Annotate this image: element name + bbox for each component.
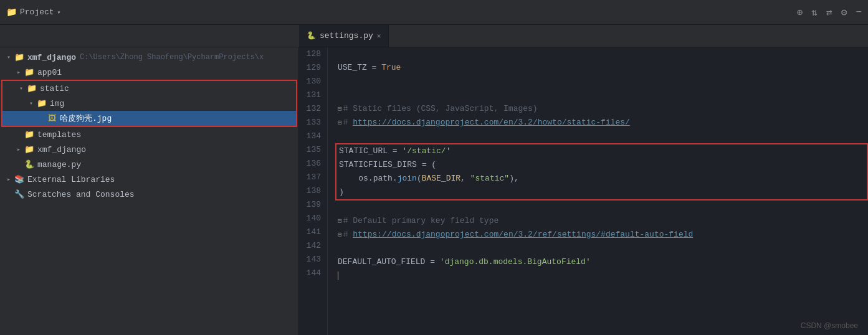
code-line-142 bbox=[338, 242, 868, 255]
code-token: . bbox=[368, 172, 373, 186]
arrow-icon bbox=[14, 146, 24, 153]
code-line-131 bbox=[338, 88, 868, 102]
python-icon: 🐍 bbox=[24, 159, 35, 169]
fold-marker[interactable]: ⊟ bbox=[338, 228, 342, 242]
tree-item-hajpg[interactable]: 🖼 哈皮狗壳.jpg bbox=[2, 111, 296, 126]
folder-icon: 📁 bbox=[14, 52, 25, 62]
code-token: BASE_DIR bbox=[422, 172, 460, 186]
code-area[interactable]: 128 129 130 131 132 133 134 135 136 137 … bbox=[299, 47, 868, 335]
code-token: STATICFILES_DIRS bbox=[339, 158, 417, 172]
sidebar: 📁 xmf_django C:\Users\Zhong Shaofeng\Pyc… bbox=[0, 47, 299, 335]
item-label: app01 bbox=[37, 68, 62, 77]
code-token: # Default primary key field type bbox=[343, 214, 499, 228]
code-line-143: DEFAULT_AUTO_FIELD = 'django.db.models.B… bbox=[338, 255, 868, 269]
code-line-132: ⊟ # Static files (CSS, JavaScript, Image… bbox=[338, 102, 868, 116]
folder-icon: 📁 bbox=[26, 83, 37, 93]
editor: 128 129 130 131 132 133 134 135 136 137 … bbox=[299, 47, 868, 335]
item-label: static bbox=[40, 84, 69, 93]
code-token: = bbox=[425, 255, 439, 269]
tree-item-img[interactable]: 📁 img bbox=[2, 96, 296, 111]
ext-libs-icon: 📚 bbox=[14, 174, 25, 184]
main-container: 📁 xmf_django C:\Users\Zhong Shaofeng\Pyc… bbox=[0, 47, 868, 335]
item-label: Scratches and Consoles bbox=[27, 190, 135, 199]
arrow-icon bbox=[4, 176, 14, 183]
tab-bar: 🐍 settings.py ✕ bbox=[0, 25, 868, 47]
project-label[interactable]: 📁 Project ▾ bbox=[6, 7, 61, 17]
code-token: . bbox=[393, 172, 398, 186]
code-token: join bbox=[398, 172, 417, 186]
code-line-139 bbox=[338, 201, 868, 214]
arrow-icon bbox=[16, 85, 26, 92]
tree-item-xmf-django-sub[interactable]: 📁 xmf_django bbox=[0, 142, 298, 157]
code-line-134 bbox=[338, 130, 868, 143]
tree-item-manage-py[interactable]: 🐍 manage.py bbox=[0, 157, 298, 172]
fold-marker[interactable]: ⊟ bbox=[338, 116, 342, 130]
code-token: = bbox=[417, 158, 431, 172]
item-label: xmf_django bbox=[37, 145, 86, 154]
scroll-icon[interactable]: ⇅ bbox=[811, 6, 818, 19]
title-bar-icons: ⊕ ⇅ ⇄ ⚙ − bbox=[797, 6, 862, 19]
line-numbers: 128 129 130 131 132 133 134 135 136 137 … bbox=[299, 47, 328, 335]
code-token: STATIC_URL bbox=[339, 144, 388, 158]
fold-marker[interactable]: ⊟ bbox=[338, 214, 342, 228]
code-token: ) bbox=[339, 186, 344, 199]
project-text: Project bbox=[20, 7, 54, 17]
title-bar: 📁 Project ▾ ⊕ ⇅ ⇄ ⚙ − bbox=[0, 0, 868, 25]
tab-close-icon[interactable]: ✕ bbox=[377, 32, 381, 40]
code-token: os bbox=[339, 172, 368, 186]
tree-item-templates[interactable]: 📁 templates bbox=[0, 127, 298, 142]
minimize-icon[interactable]: − bbox=[856, 7, 862, 18]
folder-icon: 📁 bbox=[24, 67, 35, 77]
item-label: 哈皮狗壳.jpg bbox=[60, 113, 112, 124]
python-file-icon: 🐍 bbox=[307, 31, 316, 40]
code-token: path bbox=[373, 172, 393, 186]
code-line-129: USE_TZ = True bbox=[338, 61, 868, 75]
code-token: , bbox=[460, 172, 470, 186]
code-token: ( bbox=[431, 158, 436, 172]
code-token: True bbox=[381, 61, 401, 75]
tree-item-app01[interactable]: 📁 app01 bbox=[0, 65, 298, 80]
folder-icon: 📁 bbox=[24, 144, 35, 154]
code-content[interactable]: USE_TZ = True ⊟ # Static files (CSS, Jav… bbox=[328, 47, 868, 335]
fold-marker[interactable]: ⊟ bbox=[338, 102, 342, 116]
code-token: ), bbox=[509, 172, 519, 186]
tree-item-xmf-django-root[interactable]: 📁 xmf_django C:\Users\Zhong Shaofeng\Pyc… bbox=[0, 50, 298, 65]
code-token: = bbox=[367, 61, 381, 75]
tab-settings-py[interactable]: 🐍 settings.py ✕ bbox=[299, 25, 389, 47]
item-label: manage.py bbox=[37, 160, 81, 169]
tab-label: settings.py bbox=[320, 31, 373, 40]
code-line-140: ⊟ # Default primary key field type bbox=[338, 214, 868, 228]
code-link[interactable]: https://docs.djangoproject.com/en/3.2/ho… bbox=[353, 116, 630, 130]
code-line-138: ) bbox=[339, 186, 864, 199]
image-icon: 🖼 bbox=[46, 114, 57, 123]
arrow-icon bbox=[26, 100, 36, 107]
item-label: External Libraries bbox=[27, 175, 115, 184]
code-token: '/static/' bbox=[402, 144, 451, 158]
highlighted-code-block: STATIC_URL = '/static/' STATICFILES_DIRS… bbox=[335, 143, 868, 201]
watermark: CSDN @smobee bbox=[801, 321, 858, 330]
project-tree: 📁 xmf_django C:\Users\Zhong Shaofeng\Pyc… bbox=[0, 47, 298, 335]
item-label: templates bbox=[37, 130, 81, 139]
code-line-141: ⊟ # https://docs.djangoproject.com/en/3.… bbox=[338, 228, 868, 242]
gear-icon[interactable]: ⚙ bbox=[841, 6, 847, 19]
arrow-icon bbox=[14, 68, 24, 76]
tree-item-scratches[interactable]: 🔧 Scratches and Consoles bbox=[0, 187, 298, 202]
code-token: # bbox=[343, 228, 353, 242]
code-line-128 bbox=[338, 47, 868, 61]
arrow-icon bbox=[4, 54, 14, 61]
split-icon[interactable]: ⇄ bbox=[826, 6, 832, 19]
add-icon[interactable]: ⊕ bbox=[797, 6, 803, 19]
code-link[interactable]: https://docs.djangoproject.com/en/3.2/re… bbox=[353, 228, 693, 242]
folder-icon: 📁 bbox=[36, 98, 47, 108]
scratches-icon: 🔧 bbox=[14, 189, 25, 199]
code-token: ( bbox=[417, 172, 422, 186]
tree-item-ext-libs[interactable]: 📚 External Libraries bbox=[0, 172, 298, 187]
dropdown-icon[interactable]: ▾ bbox=[57, 9, 61, 16]
folder-icon: 📁 bbox=[24, 130, 35, 139]
text-cursor bbox=[338, 271, 338, 280]
code-token: # bbox=[343, 116, 353, 130]
code-token: DEFAULT_AUTO_FIELD bbox=[338, 255, 425, 269]
code-line-137: os . path . join ( BASE_DIR , "static" )… bbox=[339, 172, 864, 186]
tree-item-static[interactable]: 📁 static bbox=[2, 81, 296, 96]
code-token: "static" bbox=[470, 172, 509, 186]
